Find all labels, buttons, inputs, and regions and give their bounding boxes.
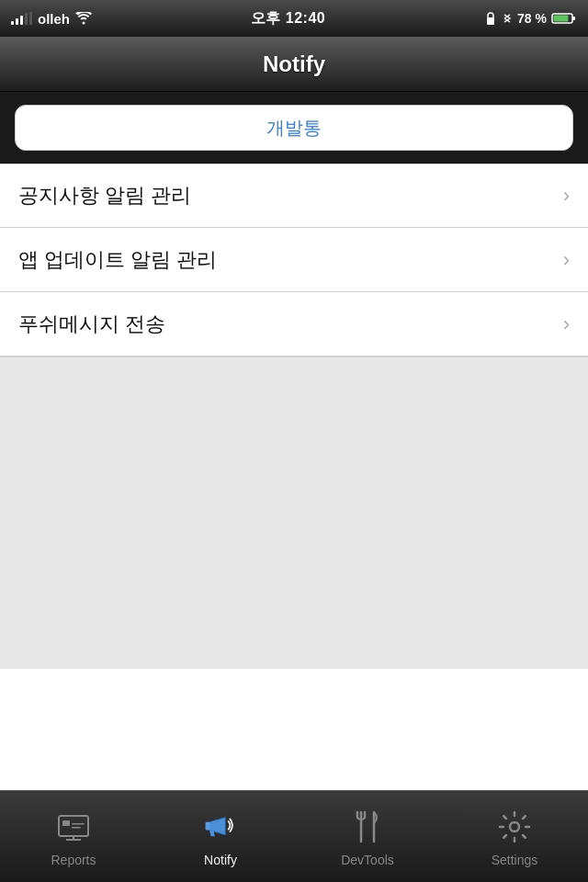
list-item-push[interactable]: 푸쉬메시지 전송 › [0, 292, 588, 356]
status-time: 오후 12:40 [251, 9, 325, 28]
segment-control[interactable]: 개발통 [15, 105, 573, 151]
svg-rect-10 [206, 821, 210, 830]
svg-rect-5 [62, 820, 70, 826]
list-container: 공지사항 알림 관리 › 앱 업데이트 알림 관리 › 푸쉬메시지 전송 › [0, 164, 588, 356]
settings-icon [494, 807, 535, 847]
battery-icon [551, 12, 577, 25]
bluetooth-icon [502, 11, 513, 26]
reports-icon [53, 807, 94, 847]
carrier-name: olleh [38, 11, 70, 27]
empty-space [0, 356, 588, 669]
list-item-notice-label: 공지사항 알림 관리 [18, 182, 191, 209]
status-left: olleh [11, 11, 92, 27]
list-item-notice[interactable]: 공지사항 알림 관리 › [0, 164, 588, 228]
svg-point-16 [510, 822, 519, 831]
svg-rect-0 [487, 17, 494, 25]
list-item-update-label: 앱 업데이트 알림 관리 [18, 246, 217, 274]
segment-selected-label: 개발통 [266, 116, 322, 141]
nav-title: Notify [263, 51, 325, 77]
svg-rect-6 [72, 823, 85, 825]
tab-settings-label: Settings [492, 853, 538, 867]
status-right: 78 % [484, 11, 577, 26]
tab-item-devtools[interactable]: DevTools [294, 791, 441, 882]
segment-wrapper: 개발통 [0, 92, 588, 164]
tab-item-notify[interactable]: Notify [147, 791, 294, 882]
chevron-icon-push: › [563, 312, 570, 336]
chevron-icon-update: › [563, 248, 570, 272]
battery-text: 78 % [517, 11, 547, 26]
tab-item-reports[interactable]: Reports [0, 791, 147, 882]
tab-notify-label: Notify [204, 853, 237, 867]
svg-rect-7 [72, 827, 81, 829]
tab-reports-label: Reports [51, 853, 96, 867]
nav-bar: Notify [0, 37, 588, 92]
notify-icon [200, 807, 241, 847]
svg-rect-3 [572, 17, 575, 20]
svg-rect-2 [554, 16, 569, 22]
wifi-icon [75, 12, 92, 25]
chevron-icon-notice: › [563, 184, 570, 208]
devtools-icon [347, 807, 388, 847]
tab-item-settings[interactable]: Settings [441, 791, 588, 882]
tab-devtools-label: DevTools [341, 853, 394, 867]
list-item-update[interactable]: 앱 업데이트 알림 관리 › [0, 228, 588, 292]
status-bar: olleh 오후 12:40 78 % [0, 0, 588, 37]
svg-rect-4 [59, 816, 88, 836]
signal-bars [11, 12, 32, 25]
list-item-push-label: 푸쉬메시지 전송 [18, 311, 165, 338]
lock-icon [484, 11, 497, 26]
tab-bar: Reports Notify [0, 790, 588, 882]
